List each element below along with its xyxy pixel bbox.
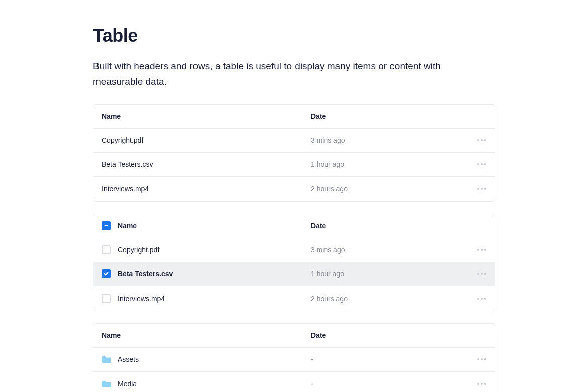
row-checkbox[interactable] bbox=[102, 294, 111, 303]
table-row[interactable]: Beta Testers.csv 1 hour ago bbox=[93, 262, 495, 286]
cell-date: 2 hours ago bbox=[311, 185, 471, 193]
table-simple: Name Date Copyright.pdf 3 mins ago Beta … bbox=[93, 104, 495, 202]
column-header-name[interactable]: Name bbox=[118, 222, 311, 230]
row-checkbox[interactable] bbox=[102, 245, 111, 254]
cell-date: 3 mins ago bbox=[311, 136, 471, 144]
table-row[interactable]: Assets - bbox=[93, 348, 495, 372]
table-header-row: Name Date bbox=[93, 324, 495, 348]
more-actions-icon[interactable] bbox=[477, 249, 486, 251]
cell-name: Copyright.pdf bbox=[102, 136, 311, 144]
more-actions-icon[interactable] bbox=[477, 188, 486, 190]
cell-date: 2 hours ago bbox=[311, 295, 471, 303]
cell-date: - bbox=[311, 380, 471, 388]
table-row[interactable]: Interviews.mp4 2 hours ago bbox=[93, 286, 495, 311]
table-row[interactable]: Copyright.pdf 3 mins ago bbox=[93, 129, 495, 153]
select-all-checkbox[interactable] bbox=[102, 221, 111, 230]
more-actions-icon[interactable] bbox=[477, 163, 486, 165]
cell-date: 1 hour ago bbox=[311, 160, 471, 168]
cell-date: - bbox=[311, 355, 471, 363]
folder-icon bbox=[102, 355, 112, 364]
table-row[interactable]: Media - bbox=[93, 372, 495, 392]
table-with-icons: Name Date Assets - Media - bbox=[93, 323, 495, 392]
table-selectable: Name Date Copyright.pdf 3 mins ago Beta … bbox=[93, 214, 495, 311]
cell-name: Beta Testers.csv bbox=[102, 160, 311, 168]
cell-name: Assets bbox=[118, 355, 311, 363]
page-description: Built with headers and rows, a table is … bbox=[93, 58, 455, 90]
column-header-date[interactable]: Date bbox=[311, 222, 471, 230]
table-row[interactable]: Interviews.mp4 2 hours ago bbox=[93, 177, 495, 201]
cell-date: 1 hour ago bbox=[311, 270, 471, 278]
table-row[interactable]: Beta Testers.csv 1 hour ago bbox=[93, 153, 495, 177]
cell-name: Beta Testers.csv bbox=[118, 270, 311, 278]
column-header-name[interactable]: Name bbox=[102, 112, 311, 120]
column-header-date[interactable]: Date bbox=[311, 331, 471, 339]
more-actions-icon[interactable] bbox=[477, 273, 486, 275]
row-checkbox[interactable] bbox=[102, 269, 111, 278]
cell-name: Media bbox=[118, 380, 311, 388]
cell-name: Copyright.pdf bbox=[118, 246, 311, 254]
table-header-row: Name Date bbox=[93, 214, 495, 238]
more-actions-icon[interactable] bbox=[477, 139, 486, 141]
more-actions-icon[interactable] bbox=[477, 383, 486, 385]
folder-icon bbox=[102, 379, 112, 388]
cell-name: Interviews.mp4 bbox=[102, 185, 311, 193]
cell-date: 3 mins ago bbox=[311, 246, 471, 254]
page-title: Table bbox=[93, 25, 495, 46]
more-actions-icon[interactable] bbox=[477, 358, 486, 360]
column-header-name[interactable]: Name bbox=[102, 331, 311, 339]
table-header-row: Name Date bbox=[93, 105, 495, 129]
table-row[interactable]: Copyright.pdf 3 mins ago bbox=[93, 238, 495, 262]
more-actions-icon[interactable] bbox=[477, 298, 486, 300]
svg-rect-0 bbox=[105, 225, 108, 226]
cell-name: Interviews.mp4 bbox=[118, 295, 311, 303]
column-header-date[interactable]: Date bbox=[311, 112, 471, 120]
